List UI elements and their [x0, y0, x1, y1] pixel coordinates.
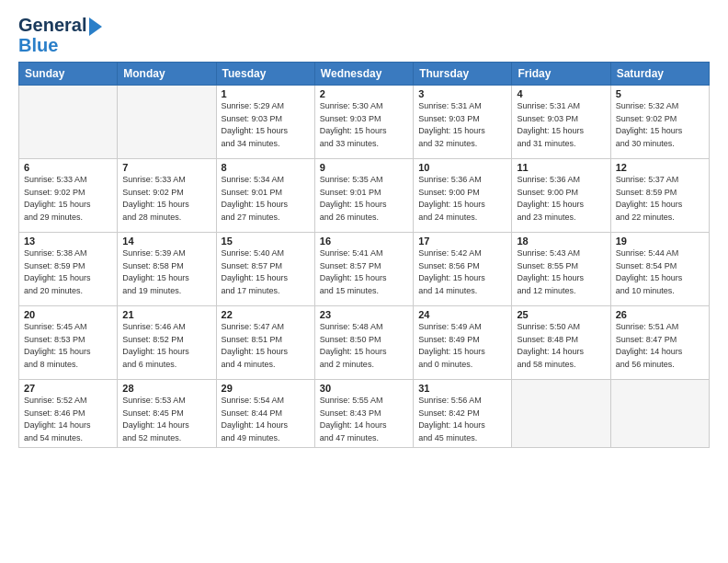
day-number: 14: [122, 236, 210, 247]
day-number: 21: [122, 309, 210, 320]
day-number: 30: [320, 383, 408, 394]
sunrise-text: Sunrise: 5:51 AM: [616, 321, 704, 334]
weekday-header: Thursday: [414, 63, 512, 86]
day-info: Sunrise: 5:47 AMSunset: 8:51 PMDaylight:…: [222, 321, 310, 371]
daylight-text: Daylight: 15 hours: [517, 199, 605, 212]
sunrise-text: Sunrise: 5:31 AM: [418, 100, 506, 113]
sunset-text: Sunset: 8:48 PM: [517, 334, 605, 347]
calendar-day-cell: 31Sunrise: 5:56 AMSunset: 8:42 PMDayligh…: [414, 380, 512, 448]
daylight-text: Daylight: 14 hours: [122, 419, 210, 432]
daylight-text2: and 56 minutes.: [616, 359, 704, 372]
logo: General Blue: [18, 15, 102, 54]
day-info: Sunrise: 5:55 AMSunset: 8:43 PMDaylight:…: [320, 395, 408, 444]
daylight-text2: and 6 minutes.: [122, 359, 210, 372]
daylight-text2: and 32 minutes.: [418, 138, 506, 151]
sunset-text: Sunset: 8:44 PM: [222, 408, 310, 420]
day-number: 25: [517, 309, 605, 320]
daylight-text: Daylight: 15 hours: [517, 272, 605, 285]
daylight-text: Daylight: 14 hours: [222, 419, 310, 432]
day-number: 31: [418, 383, 506, 394]
sunrise-text: Sunrise: 5:39 AM: [122, 247, 210, 260]
day-number: 16: [320, 236, 408, 247]
day-number: 6: [24, 162, 112, 173]
sunrise-text: Sunrise: 5:45 AM: [24, 321, 112, 334]
daylight-text: Daylight: 15 hours: [222, 272, 310, 285]
calendar-day-cell: 26Sunrise: 5:51 AMSunset: 8:47 PMDayligh…: [610, 306, 709, 380]
daylight-text: Daylight: 15 hours: [122, 346, 210, 359]
sunset-text: Sunset: 8:45 PM: [122, 408, 210, 420]
calendar-day-cell: 18Sunrise: 5:43 AMSunset: 8:55 PMDayligh…: [512, 233, 610, 306]
daylight-text: Daylight: 15 hours: [320, 125, 408, 138]
daylight-text2: and 22 minutes.: [616, 212, 704, 224]
day-info: Sunrise: 5:39 AMSunset: 8:58 PMDaylight:…: [122, 247, 210, 297]
calendar-day-cell: 9Sunrise: 5:35 AMSunset: 9:01 PMDaylight…: [314, 159, 413, 233]
calendar-week-row: 20Sunrise: 5:45 AMSunset: 8:53 PMDayligh…: [19, 306, 710, 380]
day-number: 11: [517, 162, 605, 173]
sunset-text: Sunset: 9:03 PM: [320, 113, 408, 126]
sunset-text: Sunset: 8:43 PM: [320, 408, 408, 420]
daylight-text2: and 29 minutes.: [24, 212, 112, 224]
daylight-text2: and 15 minutes.: [320, 285, 408, 298]
sunrise-text: Sunrise: 5:49 AM: [418, 321, 506, 334]
day-info: Sunrise: 5:31 AMSunset: 9:03 PMDaylight:…: [418, 100, 506, 150]
day-number: 13: [24, 236, 112, 247]
daylight-text2: and 24 minutes.: [418, 212, 506, 224]
calendar-day-cell: 20Sunrise: 5:45 AMSunset: 8:53 PMDayligh…: [19, 306, 118, 380]
sunrise-text: Sunrise: 5:54 AM: [222, 395, 310, 408]
sunrise-text: Sunrise: 5:29 AM: [222, 100, 310, 113]
daylight-text2: and 17 minutes.: [222, 285, 310, 298]
sunset-text: Sunset: 8:54 PM: [616, 260, 704, 273]
day-number: 4: [517, 88, 605, 99]
day-info: Sunrise: 5:32 AMSunset: 9:02 PMDaylight:…: [616, 100, 704, 150]
weekday-header: Sunday: [19, 63, 118, 86]
daylight-text: Daylight: 15 hours: [418, 346, 506, 359]
weekday-header: Wednesday: [314, 63, 413, 86]
daylight-text: Daylight: 14 hours: [320, 419, 408, 432]
daylight-text2: and 28 minutes.: [122, 212, 210, 224]
sunset-text: Sunset: 8:55 PM: [517, 260, 605, 273]
daylight-text2: and 14 minutes.: [418, 285, 506, 298]
daylight-text2: and 20 minutes.: [24, 285, 112, 298]
logo-arrow-icon: [89, 17, 102, 36]
day-info: Sunrise: 5:34 AMSunset: 9:01 PMDaylight:…: [222, 174, 310, 224]
day-info: Sunrise: 5:54 AMSunset: 8:44 PMDaylight:…: [222, 395, 310, 444]
day-info: Sunrise: 5:50 AMSunset: 8:48 PMDaylight:…: [517, 321, 605, 371]
sunrise-text: Sunrise: 5:53 AM: [122, 395, 210, 408]
calendar-day-cell: 27Sunrise: 5:52 AMSunset: 8:46 PMDayligh…: [19, 380, 118, 448]
day-info: Sunrise: 5:44 AMSunset: 8:54 PMDaylight:…: [616, 247, 704, 297]
daylight-text: Daylight: 14 hours: [24, 419, 112, 432]
daylight-text2: and 23 minutes.: [517, 212, 605, 224]
page: General Blue SundayMondayTuesdayWednesda…: [0, 0, 728, 563]
sunset-text: Sunset: 8:52 PM: [122, 334, 210, 347]
weekday-header: Monday: [118, 63, 216, 86]
calendar-day-cell: 29Sunrise: 5:54 AMSunset: 8:44 PMDayligh…: [216, 380, 314, 448]
day-info: Sunrise: 5:56 AMSunset: 8:42 PMDaylight:…: [418, 395, 506, 444]
sunset-text: Sunset: 8:50 PM: [320, 334, 408, 347]
calendar-table: SundayMondayTuesdayWednesdayThursdayFrid…: [18, 62, 710, 448]
daylight-text: Daylight: 15 hours: [418, 199, 506, 212]
day-info: Sunrise: 5:51 AMSunset: 8:47 PMDaylight:…: [616, 321, 704, 371]
day-number: 18: [517, 236, 605, 247]
sunrise-text: Sunrise: 5:44 AM: [616, 247, 704, 260]
sunrise-text: Sunrise: 5:33 AM: [24, 174, 112, 187]
daylight-text2: and 10 minutes.: [616, 285, 704, 298]
calendar-header-row: SundayMondayTuesdayWednesdayThursdayFrid…: [19, 63, 710, 86]
day-number: 20: [24, 309, 112, 320]
sunrise-text: Sunrise: 5:56 AM: [418, 395, 506, 408]
calendar-day-cell: 16Sunrise: 5:41 AMSunset: 8:57 PMDayligh…: [314, 233, 413, 306]
day-info: Sunrise: 5:53 AMSunset: 8:45 PMDaylight:…: [122, 395, 210, 444]
day-info: Sunrise: 5:36 AMSunset: 9:00 PMDaylight:…: [418, 174, 506, 224]
day-info: Sunrise: 5:48 AMSunset: 8:50 PMDaylight:…: [320, 321, 408, 371]
sunrise-text: Sunrise: 5:40 AM: [222, 247, 310, 260]
sunrise-text: Sunrise: 5:35 AM: [320, 174, 408, 187]
day-info: Sunrise: 5:40 AMSunset: 8:57 PMDaylight:…: [222, 247, 310, 297]
weekday-header: Friday: [512, 63, 610, 86]
calendar-day-cell: 5Sunrise: 5:32 AMSunset: 9:02 PMDaylight…: [610, 86, 709, 159]
calendar-day-cell: 11Sunrise: 5:36 AMSunset: 9:00 PMDayligh…: [512, 159, 610, 233]
daylight-text: Daylight: 15 hours: [24, 346, 112, 359]
day-number: 28: [122, 383, 210, 394]
sunset-text: Sunset: 8:51 PM: [222, 334, 310, 347]
sunset-text: Sunset: 8:56 PM: [418, 260, 506, 273]
daylight-text2: and 31 minutes.: [517, 138, 605, 151]
day-info: Sunrise: 5:37 AMSunset: 8:59 PMDaylight:…: [616, 174, 704, 224]
